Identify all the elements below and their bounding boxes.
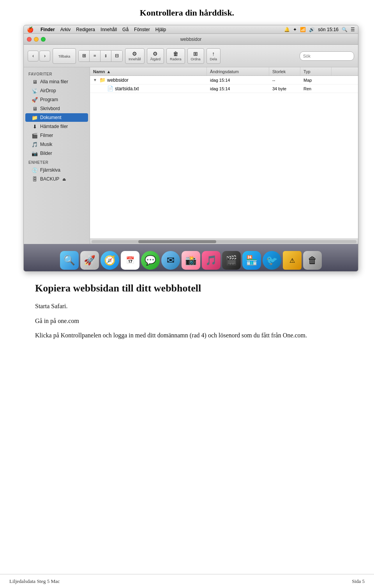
menubar-innehall[interactable]: Innehåll bbox=[101, 27, 117, 32]
toolbar-search-input[interactable] bbox=[300, 51, 354, 61]
dokument-icon: 📁 bbox=[32, 114, 38, 121]
toolbar-innehall-button[interactable]: ⚙ Innehåll bbox=[125, 48, 145, 64]
dock-launchpad[interactable]: 🚀 bbox=[80, 251, 99, 270]
musik-icon: 🎵 bbox=[32, 141, 38, 147]
window-maximize-button[interactable] bbox=[41, 37, 46, 42]
sidebar-item-label: Musik bbox=[40, 142, 52, 147]
sidebar-item-label: Skrivbord bbox=[40, 106, 60, 111]
devices-header: ENHETER bbox=[24, 158, 90, 165]
scrollbar-thumb[interactable] bbox=[138, 240, 216, 243]
file-icon: 📄 bbox=[107, 86, 113, 91]
finder-toolbar: ‹ › Tillbaka ⊞ ≡ ⫾ ⊟ ⚙ Innehåll ⚙ bbox=[24, 45, 358, 67]
footer-left: Liljedalsdata Steg 5 Mac bbox=[9, 578, 60, 584]
col-kind[interactable]: Typ bbox=[300, 67, 332, 75]
window-minimize-button[interactable] bbox=[34, 37, 39, 42]
apple-menu[interactable]: 🍎 bbox=[27, 26, 34, 33]
menubar-wifi: 📶 bbox=[300, 27, 306, 32]
menubar-ga[interactable]: Gå bbox=[122, 27, 129, 32]
sidebar-item-label: BACKUP bbox=[40, 176, 59, 182]
sidebar-item-label: AirDrop bbox=[40, 88, 56, 93]
dock-photos[interactable]: 📸 bbox=[182, 251, 200, 270]
table-row[interactable]: ▼ 📁 webbsidor idag 15:14 -- Map bbox=[90, 76, 358, 84]
dock-mail[interactable]: ✉ bbox=[161, 251, 180, 270]
sidebar-item-musik[interactable]: 🎵 Musik bbox=[25, 140, 88, 149]
menubar-fonster[interactable]: Fönster bbox=[134, 27, 150, 32]
bilder-icon: 📷 bbox=[32, 150, 38, 156]
sidebar-item-fjarrskiva[interactable]: 💿 Fjärrskiva bbox=[25, 166, 88, 174]
finder-sidebar: FAVORITER 🖥 Alla mina filer 📡 AirDrop 🚀 … bbox=[24, 67, 90, 244]
toolbar-forward-button[interactable]: › bbox=[39, 51, 50, 61]
sidebar-item-airdrop[interactable]: 📡 AirDrop bbox=[25, 86, 88, 95]
table-row[interactable]: 📄 startsida.txt idag 15:14 34 byte Ren bbox=[90, 84, 358, 93]
dock-music[interactable]: 🎵 bbox=[202, 251, 221, 270]
menubar-search[interactable]: 🔍 bbox=[342, 27, 348, 32]
toolbar-back-button[interactable]: ‹ bbox=[28, 51, 39, 61]
view-coverflow-button[interactable]: ⊟ bbox=[111, 51, 122, 61]
toolbar-atgard-button[interactable]: ⚙ Åtgärd bbox=[147, 48, 164, 64]
finder-filelist: Namn ▲ Ändringsdatum Storlek Typ ▼ 📁 bbox=[90, 67, 358, 244]
col-size[interactable]: Storlek bbox=[269, 67, 300, 75]
finder-window: webbsidor ‹ › Tillbaka ⊞ ≡ ⫾ ⊟ ⚙ bbox=[24, 34, 358, 244]
finder-scrollbar[interactable] bbox=[90, 239, 358, 244]
menubar-list[interactable]: ☰ bbox=[351, 27, 355, 32]
airdrop-icon: 📡 bbox=[32, 88, 38, 94]
toolbar-innehall-label: Innehåll bbox=[129, 57, 141, 61]
toolbar-dela-label: Dela bbox=[210, 57, 217, 61]
view-column-button[interactable]: ⫾ bbox=[101, 51, 111, 61]
menubar-time: sön 15:16 bbox=[318, 27, 339, 32]
expand-arrow-icon[interactable]: ▼ bbox=[93, 78, 98, 82]
sidebar-item-label: Filmer bbox=[40, 133, 53, 138]
sidebar-item-skrivbord[interactable]: 🖥 Skrivbord bbox=[25, 104, 88, 113]
toolbar-radera-label: Radera bbox=[170, 57, 182, 61]
toolbar-view-group: ⊞ ≡ ⫾ ⊟ bbox=[78, 50, 123, 62]
menubar-finder[interactable]: Finder bbox=[41, 27, 55, 32]
dock-imovie[interactable]: 🎬 bbox=[222, 251, 241, 270]
toolbar-ordna-label: Ordna bbox=[191, 57, 201, 61]
col-date[interactable]: Ändringsdatum bbox=[207, 67, 269, 75]
section-heading: Kopiera webbsidan till ditt webbhotell bbox=[35, 283, 339, 294]
dock-finder[interactable]: 🔍 bbox=[60, 251, 79, 270]
backup-eject-icon[interactable]: ⏏ bbox=[62, 177, 66, 181]
sidebar-item-hamtade[interactable]: ⬇ Hämtade filer bbox=[25, 122, 88, 131]
filelist-header: Namn ▲ Ändringsdatum Storlek Typ bbox=[90, 67, 358, 76]
menubar: 🍎 Finder Arkiv Redigera Innehåll Gå Föns… bbox=[24, 25, 358, 34]
dock-trash[interactable]: 🗑 bbox=[303, 251, 322, 270]
menubar-redigera[interactable]: Redigera bbox=[76, 27, 95, 32]
sidebar-item-program[interactable]: 🚀 Program bbox=[25, 95, 88, 104]
page-title: Kontrollera din hårddisk. bbox=[23, 8, 351, 18]
dock-messages[interactable]: 💬 bbox=[141, 251, 160, 270]
sidebar-item-all-files[interactable]: 🖥 Alla mina filer bbox=[25, 77, 88, 86]
toolbar-tillbaka-button[interactable]: Tillbaka bbox=[53, 48, 76, 64]
view-icon-button[interactable]: ⊞ bbox=[79, 51, 90, 61]
para-2: Gå in på one.com bbox=[35, 316, 339, 326]
filelist-rows: ▼ 📁 webbsidor idag 15:14 -- Map bbox=[90, 76, 358, 239]
dock-calendar[interactable]: 📅 bbox=[121, 251, 139, 270]
dock-safari[interactable]: 🧭 bbox=[101, 251, 119, 270]
col-name[interactable]: Namn ▲ bbox=[90, 67, 207, 75]
scrollbar-track bbox=[92, 240, 356, 243]
window-close-button[interactable] bbox=[27, 37, 32, 42]
sidebar-item-backup[interactable]: 🗄 BACKUP ⏏ bbox=[25, 175, 88, 183]
folder-icon: 📁 bbox=[99, 77, 106, 83]
toolbar-ordna-button[interactable]: ⊞ Ordna bbox=[187, 48, 204, 64]
toolbar-atgard-label: Åtgärd bbox=[150, 57, 161, 61]
sidebar-item-filmer[interactable]: 🎬 Filmer bbox=[25, 131, 88, 140]
toolbar-dela-button[interactable]: ↑ Dela bbox=[206, 48, 221, 64]
toolbar-tillbaka-label: Tillbaka bbox=[58, 54, 71, 58]
sidebar-item-label: Dokument bbox=[40, 115, 62, 120]
menubar-arkiv[interactable]: Arkiv bbox=[60, 27, 71, 32]
sidebar-item-label: Fjärrskiva bbox=[40, 167, 60, 173]
menubar-hjalp[interactable]: Hjälp bbox=[155, 27, 166, 32]
dock-twitter[interactable]: 🐦 bbox=[263, 251, 281, 270]
toolbar-radera-button[interactable]: 🗑 Radera bbox=[166, 48, 185, 64]
sidebar-item-bilder[interactable]: 📷 Bilder bbox=[25, 149, 88, 158]
sidebar-item-dokument[interactable]: 📁 Dokument bbox=[25, 113, 88, 122]
view-list-button[interactable]: ≡ bbox=[90, 51, 101, 61]
finder-titlebar: webbsidor bbox=[24, 34, 358, 45]
dock-appstore[interactable]: 🏪 bbox=[242, 251, 261, 270]
hamtade-icon: ⬇ bbox=[32, 123, 38, 130]
menubar-volume: 🔊 bbox=[309, 27, 315, 32]
sidebar-item-label: Program bbox=[40, 97, 58, 102]
sidebar-item-label: Hämtade filer bbox=[40, 124, 68, 129]
dock-warning[interactable]: ⚠ bbox=[283, 251, 302, 270]
